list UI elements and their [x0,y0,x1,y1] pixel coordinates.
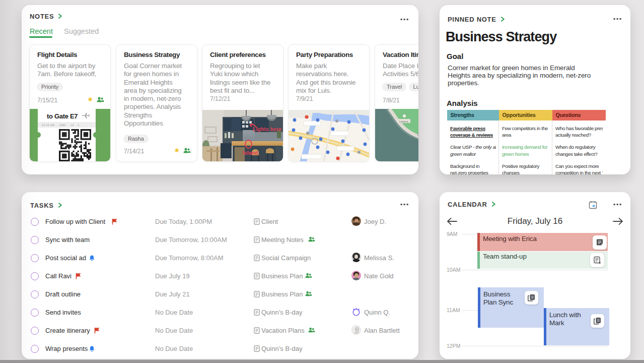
svg-text:Lahaina: Lahaina [399,120,408,123]
